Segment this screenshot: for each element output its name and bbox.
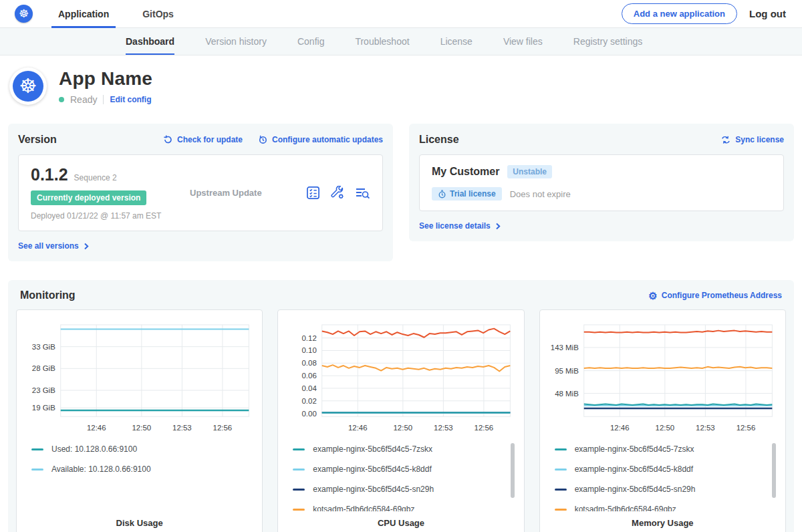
legend-label: kotsadm-5db6dc6584-69qbz bbox=[575, 505, 676, 511]
svg-text:12:50: 12:50 bbox=[132, 424, 152, 432]
brand-logo[interactable]: ☸ bbox=[15, 0, 33, 27]
configure-automatic-updates-link[interactable]: Configure automatic updates bbox=[257, 134, 383, 145]
disk-usage-chart: 12:4612:5012:5312:5619 GiB23 GiB28 GiB33… bbox=[25, 318, 254, 436]
legend-label: Used: 10.128.0.66:9100 bbox=[51, 444, 137, 454]
kubernetes-app-icon: ☸ bbox=[13, 71, 43, 102]
legend-scrollbar[interactable] bbox=[772, 443, 776, 498]
svg-text:12:53: 12:53 bbox=[696, 424, 715, 432]
svg-text:19 GiB: 19 GiB bbox=[32, 404, 55, 412]
legend-item: kotsadm-5db6dc6584-69qbz bbox=[293, 505, 506, 511]
logout-button[interactable]: Log out bbox=[749, 8, 786, 19]
chevron-right-icon bbox=[83, 243, 90, 250]
license-box: My Customer Unstable Trial license Does … bbox=[419, 154, 784, 211]
deployed-timestamp: Deployed 01/21/22 @ 11:57 am EST bbox=[31, 211, 184, 221]
memory-usage-legend: example-nginx-5bc6f5d4c5-7zskxexample-ng… bbox=[548, 442, 777, 511]
monitoring-section: Monitoring ⚙ Configure Prometheus Addres… bbox=[8, 280, 794, 532]
legend-scrollbar[interactable] bbox=[511, 443, 515, 498]
tab-view-files[interactable]: View files bbox=[503, 28, 543, 55]
legend-color-dash bbox=[555, 448, 567, 450]
svg-text:0.00: 0.00 bbox=[302, 410, 317, 418]
tab-license[interactable]: License bbox=[440, 28, 473, 55]
tab-registry-settings[interactable]: Registry settings bbox=[573, 28, 642, 55]
configure-prometheus-link[interactable]: ⚙ Configure Prometheus Address bbox=[648, 291, 782, 301]
tab-config[interactable]: Config bbox=[297, 28, 324, 55]
legend-label: Available: 10.128.0.66:9100 bbox=[51, 464, 151, 474]
svg-text:143 MiB: 143 MiB bbox=[550, 344, 578, 352]
see-all-versions-link[interactable]: See all versions bbox=[18, 241, 90, 251]
tab-version-history[interactable]: Version history bbox=[205, 28, 267, 55]
legend-item: example-nginx-5bc6f5d4c5-k8ddf bbox=[555, 464, 768, 474]
preflight-checks-icon[interactable] bbox=[306, 186, 320, 200]
svg-text:12:46: 12:46 bbox=[87, 424, 106, 432]
legend-color-dash bbox=[293, 469, 305, 471]
sync-icon bbox=[720, 135, 731, 145]
tab-troubleshoot[interactable]: Troubleshoot bbox=[355, 28, 409, 55]
legend-label: example-nginx-5bc6f5d4c5-sn29h bbox=[575, 485, 696, 494]
svg-text:12:56: 12:56 bbox=[736, 424, 755, 432]
disk-usage-legend: Used: 10.128.0.66:9100Available: 10.128.… bbox=[25, 442, 254, 511]
memory-usage-chart: 12:4612:5012:5312:5648 MiB95 MiB143 MiB bbox=[548, 318, 777, 436]
legend-label: example-nginx-5bc6f5d4c5-k8ddf bbox=[313, 464, 431, 474]
version-card: Version Check for update Configure autom… bbox=[8, 124, 393, 261]
refresh-icon bbox=[162, 134, 173, 145]
svg-text:95 MiB: 95 MiB bbox=[555, 367, 579, 375]
status-dot bbox=[59, 97, 64, 102]
topnav-tab-gitops[interactable]: GitOps bbox=[140, 0, 176, 27]
legend-item: example-nginx-5bc6f5d4c5-k8ddf bbox=[293, 464, 506, 474]
topnav-tab-application[interactable]: Application bbox=[55, 0, 112, 27]
config-wrench-icon[interactable] bbox=[330, 186, 345, 200]
top-nav: ☸ Application GitOps Add a new applicati… bbox=[0, 0, 802, 28]
svg-text:12:53: 12:53 bbox=[172, 424, 192, 432]
check-for-update-link[interactable]: Check for update bbox=[162, 134, 243, 145]
license-type-badge: Trial license bbox=[432, 187, 502, 201]
disk-usage-card: 12:4612:5012:5312:5619 GiB23 GiB28 GiB33… bbox=[16, 309, 263, 532]
add-application-button[interactable]: Add a new application bbox=[622, 3, 737, 24]
legend-item: kotsadm-5db6dc6584-69qbz bbox=[555, 505, 768, 511]
chart-title: Memory Usage bbox=[548, 511, 777, 528]
legend-label: example-nginx-5bc6f5d4c5-sn29h bbox=[313, 485, 434, 494]
tab-dashboard[interactable]: Dashboard bbox=[126, 28, 174, 55]
customer-name: My Customer bbox=[432, 166, 499, 178]
legend-item: Available: 10.128.0.66:9100 bbox=[31, 464, 245, 474]
cpu-usage-card: 12:4612:5012:5312:560.000.020.040.060.08… bbox=[277, 309, 524, 532]
svg-text:48 MiB: 48 MiB bbox=[555, 390, 579, 398]
legend-color-dash bbox=[293, 448, 305, 450]
page-title: App Name bbox=[59, 68, 152, 90]
legend-color-dash bbox=[555, 509, 567, 511]
legend-label: example-nginx-5bc6f5d4c5-k8ddf bbox=[575, 464, 693, 474]
legend-color-dash bbox=[293, 489, 305, 491]
chart-title: Disk Usage bbox=[25, 511, 254, 528]
svg-text:0.08: 0.08 bbox=[302, 359, 317, 367]
trial-clock-icon bbox=[438, 190, 446, 198]
kubernetes-logo-icon: ☸ bbox=[15, 5, 33, 23]
see-license-details-link[interactable]: See license details bbox=[419, 221, 501, 231]
sync-license-link[interactable]: Sync license bbox=[720, 135, 784, 145]
legend-color-dash bbox=[31, 448, 43, 450]
gear-icon: ⚙ bbox=[648, 291, 657, 301]
auto-update-clock-icon bbox=[257, 134, 268, 145]
legend-color-dash bbox=[555, 489, 567, 491]
svg-text:0.06: 0.06 bbox=[302, 372, 317, 380]
license-expiry: Does not expire bbox=[510, 189, 571, 199]
svg-text:33 GiB: 33 GiB bbox=[32, 343, 55, 351]
svg-text:28 GiB: 28 GiB bbox=[32, 364, 55, 372]
channel-badge: Unstable bbox=[507, 165, 552, 178]
license-card-title: License bbox=[419, 134, 459, 146]
legend-item: example-nginx-5bc6f5d4c5-7zskx bbox=[555, 444, 768, 454]
legend-item: example-nginx-5bc6f5d4c5-sn29h bbox=[293, 485, 506, 494]
svg-text:0.04: 0.04 bbox=[302, 384, 317, 392]
svg-text:12:46: 12:46 bbox=[610, 424, 630, 432]
app-header: ☸ App Name Ready Edit config bbox=[0, 55, 802, 116]
cpu-usage-legend: example-nginx-5bc6f5d4c5-7zskxexample-ng… bbox=[286, 442, 515, 511]
legend-item: Used: 10.128.0.66:9100 bbox=[31, 444, 245, 454]
edit-config-link[interactable]: Edit config bbox=[110, 95, 151, 104]
legend-color-dash bbox=[293, 509, 305, 511]
cpu-usage-chart: 12:4612:5012:5312:560.000.020.040.060.08… bbox=[286, 318, 515, 436]
legend-label: kotsadm-5db6dc6584-69qbz bbox=[313, 505, 414, 511]
version-number: 0.1.2 bbox=[31, 165, 68, 184]
version-sequence: Sequence 2 bbox=[74, 173, 117, 182]
svg-text:12:56: 12:56 bbox=[475, 424, 494, 432]
deploy-logs-icon[interactable] bbox=[355, 186, 370, 200]
svg-text:12:50: 12:50 bbox=[394, 424, 413, 432]
version-source-label: Upstream Update bbox=[190, 188, 262, 198]
